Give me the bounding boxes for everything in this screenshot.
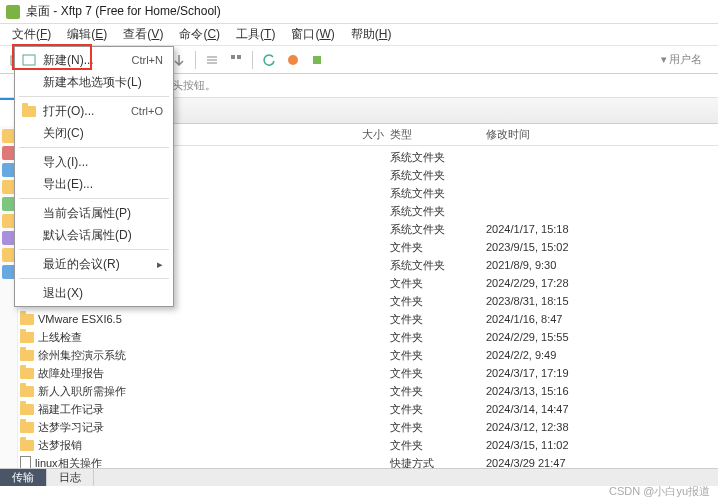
- menu-item[interactable]: 默认会话属性(D): [15, 224, 173, 246]
- table-row[interactable]: 福建工作记录文件夹2024/3/14, 14:47: [0, 400, 718, 418]
- table-row[interactable]: 故障处理报告文件夹2024/3/17, 17:19: [0, 364, 718, 382]
- table-row[interactable]: 上线检查文件夹2024/2/29, 15:55: [0, 328, 718, 346]
- menu-c[interactable]: 命令(C): [171, 24, 228, 45]
- table-row[interactable]: 达梦报销文件夹2024/3/15, 11:02: [0, 436, 718, 454]
- menu-item[interactable]: 新建(N)...Ctrl+N: [15, 49, 173, 71]
- table-row[interactable]: 徐州集控演示系统文件夹2024/2/2, 9:49: [0, 346, 718, 364]
- folder-icon: [20, 440, 34, 451]
- title-bar: 桌面 - Xftp 7 (Free for Home/School): [0, 0, 718, 24]
- menu-item[interactable]: 退出(X): [15, 282, 173, 304]
- folder-icon: [20, 422, 34, 433]
- menu-item[interactable]: 打开(O)...Ctrl+O: [15, 100, 173, 122]
- toolbar-separator: [252, 51, 253, 69]
- table-row[interactable]: 新人入职所需操作文件夹2024/3/13, 15:16: [0, 382, 718, 400]
- tab-transfer[interactable]: 传输: [0, 469, 47, 486]
- svg-rect-3: [237, 55, 241, 59]
- col-date[interactable]: 修改时间: [486, 127, 718, 142]
- svg-rect-5: [313, 56, 321, 64]
- folder-icon: [20, 404, 34, 415]
- folder-icon: [20, 314, 34, 325]
- username-label: 用户名: [669, 52, 702, 67]
- menu-w[interactable]: 窗口(W): [283, 24, 342, 45]
- view-list-button[interactable]: [201, 49, 223, 71]
- menu-item[interactable]: 导出(E)...: [15, 173, 173, 195]
- menu-e[interactable]: 编辑(E): [59, 24, 115, 45]
- menu-item[interactable]: 新建本地选项卡(L): [15, 71, 173, 93]
- menu-item[interactable]: 当前会话属性(P): [15, 202, 173, 224]
- table-row[interactable]: 达梦学习记录文件夹2024/3/12, 12:38: [0, 418, 718, 436]
- app-icon: [6, 5, 20, 19]
- menu-item[interactable]: 导入(I)...: [15, 151, 173, 173]
- svg-rect-2: [231, 55, 235, 59]
- menu-bar: 文件(F)编辑(E)查看(V)命令(C)工具(T)窗口(W)帮助(H): [0, 24, 718, 46]
- menu-f[interactable]: 文件(F): [4, 24, 59, 45]
- menu-h[interactable]: 帮助(H): [343, 24, 400, 45]
- folder-icon: [20, 386, 34, 397]
- col-size[interactable]: 大小: [352, 127, 390, 142]
- dropdown-arrow-icon[interactable]: ▾: [661, 53, 667, 66]
- table-row[interactable]: VMware ESXI6.5文件夹2024/1/16, 8:47: [0, 310, 718, 328]
- folder-icon: [20, 350, 34, 361]
- view-detail-button[interactable]: [225, 49, 247, 71]
- svg-point-4: [288, 55, 298, 65]
- menu-t[interactable]: 工具(T): [228, 24, 283, 45]
- stop-button[interactable]: [282, 49, 304, 71]
- watermark: CSDN @小白yu报道: [609, 484, 710, 499]
- toolbar-separator: [195, 51, 196, 69]
- folder-icon: [20, 368, 34, 379]
- refresh-button[interactable]: [258, 49, 280, 71]
- tab-log[interactable]: 日志: [47, 469, 94, 486]
- menu-item[interactable]: 关闭(C): [15, 122, 173, 144]
- menu-item[interactable]: 最近的会议(R)▸: [15, 253, 173, 275]
- menu-v[interactable]: 查看(V): [115, 24, 171, 45]
- folder-icon: [20, 332, 34, 343]
- file-menu-dropdown: 新建(N)...Ctrl+N新建本地选项卡(L)打开(O)...Ctrl+O关闭…: [14, 46, 174, 307]
- settings-button[interactable]: [306, 49, 328, 71]
- window-title: 桌面 - Xftp 7 (Free for Home/School): [26, 3, 221, 20]
- col-type[interactable]: 类型: [390, 127, 486, 142]
- svg-rect-6: [23, 55, 35, 65]
